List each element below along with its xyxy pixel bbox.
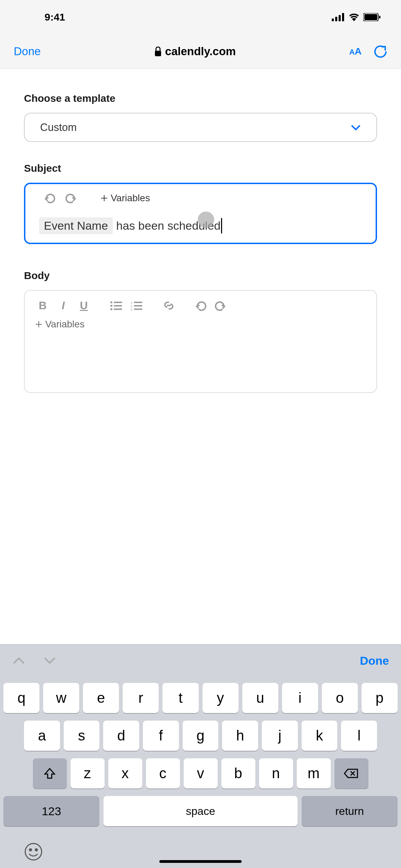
key-r[interactable]: r: [123, 683, 159, 713]
key-f[interactable]: f: [143, 721, 179, 751]
key-e[interactable]: e: [83, 683, 119, 713]
plus-icon: [35, 321, 42, 328]
template-label: Choose a template: [24, 93, 377, 104]
shift-icon: [44, 767, 56, 780]
keyboard-accessory-bar: Done: [0, 644, 401, 677]
subject-toolbar: Variables: [36, 193, 365, 204]
status-icons: [332, 13, 380, 21]
svg-rect-6: [379, 16, 380, 19]
undo-icon[interactable]: [195, 300, 206, 311]
browser-bar: Done calendly.com AA: [0, 34, 401, 69]
status-time: 9:41: [45, 11, 65, 23]
body-add-variables-button[interactable]: Variables: [35, 319, 366, 330]
numbers-key[interactable]: 123: [3, 796, 99, 826]
prev-field-icon[interactable]: [12, 656, 26, 665]
url-container[interactable]: calendly.com: [41, 45, 349, 58]
key-z[interactable]: z: [71, 758, 105, 788]
svg-point-14: [110, 308, 112, 310]
key-d[interactable]: d: [103, 721, 139, 751]
bullet-list-icon[interactable]: [110, 301, 122, 311]
svg-rect-3: [342, 13, 344, 21]
italic-icon[interactable]: I: [57, 299, 69, 312]
key-w[interactable]: w: [43, 683, 79, 713]
key-row-2: a s d f g h j k l: [3, 721, 398, 751]
svg-rect-5: [364, 14, 377, 20]
refresh-icon[interactable]: [374, 45, 387, 58]
variables-label: Variables: [111, 193, 150, 204]
chevron-down-icon: [351, 124, 361, 131]
return-key[interactable]: return: [302, 796, 398, 826]
key-a[interactable]: a: [24, 721, 60, 751]
key-k[interactable]: k: [302, 721, 338, 751]
svg-point-28: [29, 849, 32, 851]
text-cursor: [221, 218, 222, 233]
key-y[interactable]: y: [203, 683, 239, 713]
key-p[interactable]: p: [362, 683, 398, 713]
redo-icon[interactable]: [65, 193, 76, 204]
svg-rect-13: [114, 305, 122, 306]
template-value: Custom: [40, 121, 77, 134]
wifi-icon: [349, 13, 359, 21]
key-row-4: 123 space return: [3, 796, 398, 826]
add-variables-button[interactable]: Variables: [100, 193, 150, 204]
space-key[interactable]: space: [104, 796, 297, 826]
shift-key[interactable]: [33, 758, 67, 788]
key-o[interactable]: o: [322, 683, 358, 713]
redo-icon[interactable]: [215, 300, 226, 311]
body-toolbar: B I U 1 2 3: [35, 299, 366, 312]
key-q[interactable]: q: [3, 683, 39, 713]
key-c[interactable]: c: [146, 758, 180, 788]
underline-icon[interactable]: U: [78, 299, 90, 312]
key-i[interactable]: i: [282, 683, 318, 713]
key-n[interactable]: n: [259, 758, 293, 788]
key-j[interactable]: j: [262, 721, 298, 751]
lock-icon: [154, 47, 162, 56]
text-size-icon[interactable]: AA: [349, 46, 362, 57]
content-area: Choose a template Custom Subject Variabl…: [0, 69, 401, 644]
key-v[interactable]: v: [184, 758, 218, 788]
link-icon[interactable]: [163, 300, 175, 312]
key-row-3: z x c v b n m: [3, 758, 398, 788]
key-x[interactable]: x: [108, 758, 142, 788]
keyboard-bottom: [3, 834, 398, 861]
backspace-key[interactable]: [335, 758, 368, 788]
svg-rect-1: [335, 17, 337, 21]
svg-rect-17: [134, 302, 142, 303]
subject-editor[interactable]: Variables Event Name has been scheduled: [24, 183, 377, 244]
svg-point-27: [25, 844, 42, 860]
svg-point-29: [35, 849, 37, 851]
bold-icon[interactable]: B: [37, 299, 49, 312]
browser-actions: AA: [349, 45, 387, 58]
key-h[interactable]: h: [222, 721, 258, 751]
key-m[interactable]: m: [297, 758, 331, 788]
key-g[interactable]: g: [183, 721, 219, 751]
keyboard-done-button[interactable]: Done: [360, 654, 389, 667]
keyboard: q w e r t y u i o p a s d f g h j k l z …: [0, 677, 401, 868]
home-indicator[interactable]: [159, 860, 242, 863]
svg-rect-15: [114, 309, 122, 310]
key-b[interactable]: b: [221, 758, 255, 788]
svg-rect-19: [134, 305, 142, 306]
variable-chip[interactable]: Event Name: [39, 217, 113, 234]
svg-rect-21: [134, 309, 142, 310]
backspace-icon: [344, 768, 359, 779]
template-dropdown[interactable]: Custom: [24, 113, 377, 142]
emoji-icon[interactable]: [24, 842, 43, 861]
svg-text:1: 1: [131, 301, 132, 304]
svg-rect-7: [155, 51, 161, 56]
status-bar: 9:41: [0, 0, 401, 34]
url-text: calendly.com: [165, 45, 236, 58]
svg-text:2: 2: [131, 304, 132, 308]
subject-label: Subject: [24, 162, 377, 174]
key-l[interactable]: l: [341, 721, 377, 751]
key-t[interactable]: t: [162, 683, 198, 713]
subject-input[interactable]: Event Name has been scheduled: [36, 217, 365, 234]
key-s[interactable]: s: [64, 721, 100, 751]
next-field-icon[interactable]: [43, 656, 57, 665]
numbered-list-icon[interactable]: 1 2 3: [131, 301, 142, 311]
svg-point-10: [110, 301, 112, 303]
undo-icon[interactable]: [44, 193, 55, 204]
browser-done-button[interactable]: Done: [14, 45, 41, 58]
body-editor[interactable]: B I U 1 2 3: [24, 290, 377, 393]
key-u[interactable]: u: [242, 683, 278, 713]
